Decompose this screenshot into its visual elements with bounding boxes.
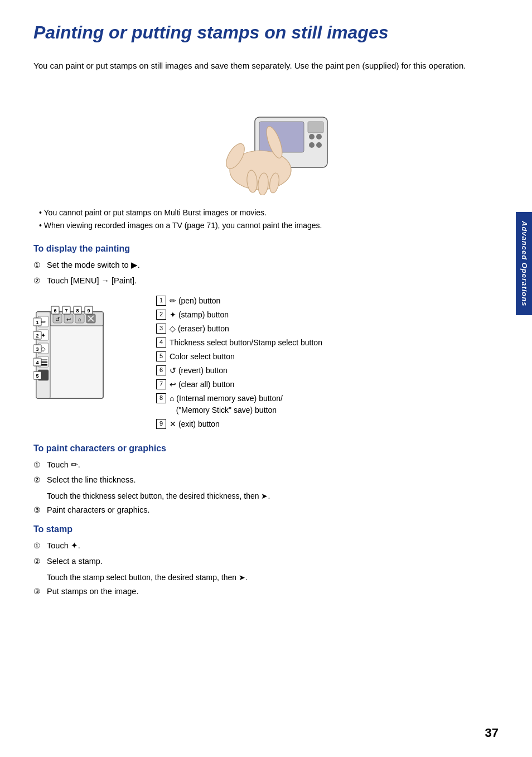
legend-1: 1 ✏ (pen) button	[156, 295, 499, 307]
svg-text:9: 9	[87, 308, 90, 314]
paint-interface-section: ✏ ✦ ◇ 1 2 3	[33, 295, 499, 432]
paint-chars-steps: ① Touch ✏. ② Select the line thickness. …	[33, 459, 499, 517]
display-step-2: ② Touch [MENU] → [Paint].	[33, 275, 499, 287]
paint-step-3: ③ Paint characters or graphics.	[33, 504, 499, 517]
paint-step-1: ① Touch ✏.	[33, 459, 499, 471]
paint-chars-heading: To paint characters or graphics	[33, 443, 499, 454]
stamp-step-1: ① Touch ✦.	[33, 540, 499, 552]
display-step-1: ① Set the mode switch to ▶.	[33, 259, 499, 272]
page-number: 37	[485, 726, 499, 740]
page-title: Painting or putting stamps on still imag…	[33, 22, 499, 43]
side-tab: Advanced Operations	[516, 212, 532, 315]
bullet-1: • You cannot paint or put stamps on Mult…	[33, 206, 499, 220]
svg-text:1: 1	[36, 320, 38, 325]
svg-point-5	[316, 134, 322, 139]
svg-point-6	[309, 142, 315, 148]
legend-7: 7 ↩ (clear all) button	[156, 379, 499, 390]
camera-hand-diagram	[188, 84, 344, 195]
bullet-notes: • You cannot paint or put stamps on Mult…	[33, 206, 499, 233]
stamp-steps: ① Touch ✦. ② Select a stamp. Touch the s…	[33, 540, 499, 598]
stamp-heading: To stamp	[33, 524, 499, 534]
svg-rect-8	[308, 122, 323, 133]
intro-text: You can paint or put stamps on still ima…	[33, 60, 499, 73]
paint-ui-svg: ✏ ✦ ◇ 1 2 3	[33, 295, 139, 407]
camera-diagram-container	[33, 84, 499, 195]
stamp-step-2: ② Select a stamp.	[33, 556, 499, 568]
legend-8: 8 ⌂ (Internal memory save) button/ ("Mem…	[156, 393, 499, 416]
paint-ui-diagram: ✏ ✦ ◇ 1 2 3	[33, 295, 139, 408]
bullet-2: • When viewing recorded images on a TV (…	[33, 219, 499, 233]
svg-text:5: 5	[36, 373, 38, 379]
svg-text:2: 2	[36, 333, 38, 339]
legend-2: 2 ✦ (stamp) button	[156, 309, 499, 321]
legend-9: 9 ✕ (exit) button	[156, 418, 499, 430]
svg-text:6: 6	[54, 308, 56, 314]
legend-list: 1 ✏ (pen) button 2 ✦ (stamp) button 3 ◇ …	[156, 295, 499, 432]
svg-point-7	[316, 142, 322, 148]
svg-text:3: 3	[36, 346, 38, 352]
svg-text:7: 7	[65, 308, 67, 314]
svg-text:↩: ↩	[66, 316, 71, 322]
stamp-step-2-sub: Touch the stamp select button, the desir…	[33, 571, 499, 584]
svg-text:⌂: ⌂	[78, 316, 81, 322]
legend-5: 5 Color select button	[156, 351, 499, 363]
display-steps: ① Set the mode switch to ▶. ② Touch [MEN…	[33, 259, 499, 287]
svg-text:↺: ↺	[55, 316, 60, 322]
svg-point-4	[309, 134, 315, 139]
legend-6: 6 ↺ (revert) button	[156, 365, 499, 377]
svg-text:8: 8	[76, 308, 79, 314]
paint-step-2: ② Select the line thickness.	[33, 474, 499, 486]
display-heading: To display the painting	[33, 244, 499, 254]
legend-4: 4 Thickness select button/Stamp select b…	[156, 337, 499, 349]
paint-step-2-sub: Touch the thickness select button, the d…	[33, 490, 499, 502]
svg-text:4: 4	[36, 360, 38, 365]
stamp-step-3: ③ Put stamps on the image.	[33, 586, 499, 598]
legend-3: 3 ◇ (eraser) button	[156, 323, 499, 335]
